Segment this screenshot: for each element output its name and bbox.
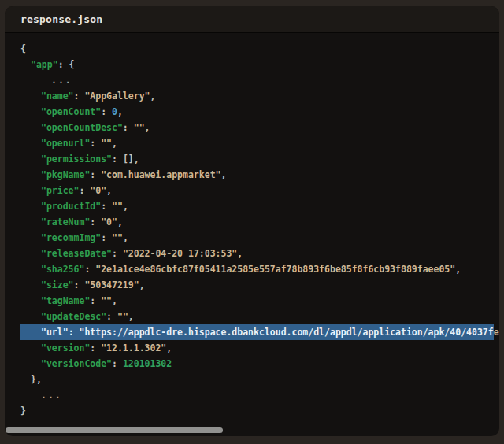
code-token-str: "12.1.1.302" bbox=[101, 342, 166, 353]
code-token-str: "2022-04-20 17:03:53" bbox=[123, 248, 237, 259]
code-line: "productId": "", bbox=[5, 198, 499, 214]
code-token-key: "permissions" bbox=[41, 154, 112, 165]
code-token-punc: , bbox=[117, 106, 123, 117]
code-token-punc: , bbox=[145, 122, 150, 133]
code-token-str: eaa bbox=[494, 327, 499, 338]
code-token-punc: , bbox=[106, 185, 112, 196]
file-name: response.json bbox=[20, 13, 102, 25]
code-token-key: "openurl" bbox=[41, 138, 90, 149]
code-token-key: "openCountDesc" bbox=[41, 122, 123, 133]
code-token-punc: : bbox=[90, 216, 101, 228]
code-token-punc: : bbox=[112, 154, 123, 165]
code-line: "name": "AppGallery", bbox=[5, 88, 499, 104]
code-line: "openCount": 0, bbox=[5, 104, 499, 120]
code-line: "releaseDate": "2022-04-20 17:03:53", bbox=[5, 246, 499, 261]
code-token-punc: : bbox=[90, 342, 101, 353]
code-token-punc: : bbox=[84, 264, 95, 275]
code-line: "versionCode": 120101302 bbox=[5, 356, 499, 372]
code-token-punc: , bbox=[221, 169, 227, 180]
code-token-str: "0" bbox=[90, 185, 106, 196]
code-token-key: "versionCode" bbox=[41, 358, 112, 369]
code-line: "size": "50347219", bbox=[5, 277, 499, 293]
code-token-key: "updateDesc" bbox=[41, 311, 106, 322]
code-token-punc: , bbox=[117, 216, 123, 228]
code-viewer-window: response.json {"app": {..."name": "AppGa… bbox=[5, 6, 499, 436]
code-token-punc: { bbox=[69, 59, 74, 70]
code-token-punc: : bbox=[101, 106, 112, 117]
code-token-key: "app" bbox=[31, 59, 58, 70]
code-token-str: "" bbox=[101, 138, 112, 149]
code-token-str: "" bbox=[112, 201, 123, 212]
code-line-selected: "url": "https://appdlc-dre.hispace.dbank… bbox=[5, 324, 499, 340]
code-token-ellipsis: ... bbox=[51, 75, 72, 86]
code-token-punc: , bbox=[237, 248, 243, 259]
code-line: } bbox=[5, 403, 499, 419]
code-line: { bbox=[5, 41, 499, 57]
code-line: "tagName": "", bbox=[5, 293, 499, 309]
code-token-punc: , bbox=[112, 138, 117, 149]
selection-highlight: "url": "https://appdlc-dre.hispace.dbank… bbox=[20, 324, 494, 340]
code-line: }, bbox=[5, 372, 499, 387]
code-token-punc: : bbox=[74, 91, 85, 102]
code-token-punc: : bbox=[90, 295, 101, 306]
code-line: ... bbox=[5, 72, 499, 88]
code-token-punc: { bbox=[20, 43, 26, 54]
code-token-punc: , bbox=[128, 311, 134, 322]
code-line: "updateDesc": "", bbox=[5, 309, 499, 324]
code-token-punc: : bbox=[74, 279, 85, 290]
code-token-str: "" bbox=[101, 295, 112, 306]
code-token-key: "pkgName" bbox=[41, 169, 90, 180]
code-token-key: "version" bbox=[41, 342, 90, 353]
code-line: "sha256": "2e1a1ce4e86cbfc87f05411a2585e… bbox=[5, 261, 499, 277]
horizontal-scrollbar-thumb[interactable] bbox=[6, 427, 223, 433]
code-token-punc: : bbox=[58, 59, 69, 70]
code-token-key: "openCount" bbox=[41, 106, 101, 117]
code-token-punc: , bbox=[150, 91, 156, 102]
code-token-key: "sha256" bbox=[41, 264, 84, 275]
code-token-punc: , bbox=[36, 374, 42, 385]
code-token-key: "name" bbox=[41, 91, 74, 102]
code-token-key: "rateNum" bbox=[41, 216, 90, 228]
code-token-str: "2e1a1ce4e86cbfc87f05411a2585e557af78b89… bbox=[95, 264, 455, 275]
code-token-punc: : bbox=[106, 311, 117, 322]
code-token-key: "recommImg" bbox=[41, 232, 101, 243]
code-line: ... bbox=[5, 387, 499, 403]
code-line: "openCountDesc": "", bbox=[5, 120, 499, 135]
code-token-key: "size" bbox=[41, 279, 74, 290]
code-line: "version": "12.1.1.302", bbox=[5, 340, 499, 356]
code-token-punc: : bbox=[112, 248, 123, 259]
code-token-punc: , bbox=[112, 295, 117, 306]
code-token-punc: : bbox=[90, 138, 101, 149]
code-token-punc: : bbox=[90, 169, 101, 180]
code-line: "price": "0", bbox=[5, 183, 499, 198]
code-token-key: "url" bbox=[41, 327, 69, 338]
code-token-key: "releaseDate" bbox=[41, 248, 112, 259]
code-token-str: "0" bbox=[101, 216, 117, 228]
code-token-punc: : bbox=[101, 201, 112, 212]
code-token-str: "" bbox=[112, 232, 123, 243]
code-token-punc: , bbox=[455, 264, 461, 275]
json-code-area[interactable]: {"app": {..."name": "AppGallery","openCo… bbox=[5, 33, 499, 419]
code-token-punc: [] bbox=[123, 154, 134, 165]
code-token-str: "AppGallery" bbox=[84, 91, 150, 102]
code-token-str: "" bbox=[117, 311, 128, 322]
code-token-punc: : bbox=[79, 185, 90, 196]
code-token-punc: } bbox=[31, 374, 36, 385]
code-token-punc: , bbox=[139, 279, 145, 290]
code-line: "recommImg": "", bbox=[5, 230, 499, 246]
code-token-punc: : bbox=[101, 232, 112, 243]
code-token-key: "tagName" bbox=[41, 295, 90, 306]
code-token-key: "price" bbox=[41, 185, 79, 196]
code-token-str: "50347219" bbox=[84, 279, 139, 290]
code-token-punc: } bbox=[20, 405, 26, 416]
code-token-punc: , bbox=[123, 201, 128, 212]
code-line: "app": { bbox=[5, 57, 499, 72]
code-token-punc: : bbox=[69, 327, 80, 338]
code-token-punc: : bbox=[112, 358, 123, 369]
title-bar: response.json bbox=[5, 6, 499, 33]
code-token-str: "com.huawei.appmarket" bbox=[101, 169, 220, 180]
code-token-punc: , bbox=[123, 232, 128, 243]
code-line: "openurl": "", bbox=[5, 135, 499, 151]
code-token-ellipsis: ... bbox=[41, 390, 62, 401]
code-token-punc: , bbox=[134, 154, 139, 165]
